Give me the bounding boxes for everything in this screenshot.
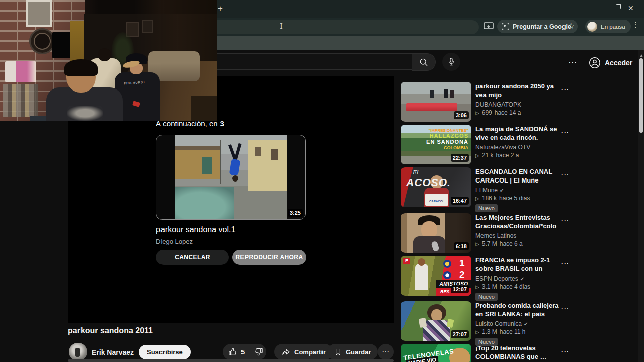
subscribe-button[interactable]: Suscribirse: [139, 345, 191, 359]
close-window-button[interactable]: ✕: [628, 0, 643, 16]
channel-name[interactable]: Memes Latinos: [475, 232, 516, 239]
video-age: hace 11 h: [500, 328, 526, 335]
art: [419, 318, 427, 328]
views-icon: ▷: [475, 196, 479, 201]
channel-name[interactable]: Erik Narvaez: [92, 348, 134, 356]
video-title[interactable]: parkour sandona 2050 ya vea mijo: [475, 82, 559, 99]
related-video-row: 27:07 Probando comida callejera en SRI L…: [401, 301, 575, 341]
art: [450, 90, 454, 98]
thumbs-down-icon: [254, 347, 263, 356]
video-options-icon[interactable]: ⋯: [561, 170, 569, 179]
save-label: Guardar: [346, 348, 371, 356]
video-title[interactable]: La magia de SANDONÁ se vive en cada rinc…: [475, 125, 559, 142]
video-title[interactable]: Las Mejores Entrevistas Graciosas/Colomb…: [475, 213, 559, 230]
browser-profile-chip[interactable]: En pausa: [585, 20, 631, 33]
video-title[interactable]: ESCANDALO EN CANAL CARACOL | El Muñe: [475, 167, 559, 185]
like-button[interactable]: 5: [223, 347, 250, 356]
video-title[interactable]: ¡Top 20 telenovelas COLOMBIANAS que …: [475, 344, 559, 361]
play-now-button[interactable]: REPRODUCIR AHORA: [232, 250, 306, 265]
related-video-row: E 1 2 AMISTOSO RES 12:07 FRANCIA se impu…: [401, 256, 575, 296]
art: [175, 187, 234, 219]
dislike-button[interactable]: [250, 347, 269, 356]
sign-in-button[interactable]: Acceder: [589, 55, 632, 70]
minimize-button[interactable]: —: [588, 0, 603, 16]
channel-name[interactable]: DUBANGATOPK: [475, 101, 521, 108]
video-title[interactable]: FRANCIA se impuso 2-1 sobre BRASIL con u…: [475, 256, 559, 273]
video-options-icon[interactable]: ⋯: [561, 304, 569, 313]
views-icon: ▷: [475, 329, 479, 335]
share-button[interactable]: Compartir: [274, 344, 333, 360]
new-tab-button[interactable]: +: [218, 4, 223, 14]
view-count: 21 k: [482, 152, 494, 159]
related-video-row: 3:06 parkour sandona 2050 ya vea mijo DU…: [401, 82, 575, 122]
next-video-card[interactable]: 3:25: [156, 135, 306, 220]
art: [444, 89, 448, 98]
voice-search-button[interactable]: [442, 53, 460, 71]
thumbnail-text: El: [412, 169, 418, 176]
video-thumbnail[interactable]: 3:06: [401, 82, 471, 122]
video-title[interactable]: Probando comida callejera en SRI LANKA: …: [475, 301, 559, 318]
next-video-channel[interactable]: Diego Lopez: [156, 238, 193, 245]
art: [418, 258, 425, 266]
thumbnail-text: ACOSO.: [406, 176, 470, 189]
bookmark-star-icon[interactable]: ☆: [567, 21, 575, 31]
art: [142, 20, 153, 33]
art: [443, 271, 451, 279]
pip-video[interactable]: PINEHURST: [0, 0, 217, 121]
video-title: parkour sandona 2011: [68, 326, 153, 335]
video-age: hace 6 a: [500, 240, 523, 247]
video-thumbnail[interactable]: El ACOSO. CARACOL 16:47: [401, 167, 471, 207]
views-icon: ▷: [475, 284, 479, 290]
channel-name[interactable]: Luisito Comunica: [475, 320, 522, 327]
channel-name[interactable]: ESPN Deportes: [475, 275, 518, 282]
channel-name[interactable]: NaturalezaViva OTV: [475, 144, 530, 151]
masthead-more-icon[interactable]: ⋯: [568, 57, 577, 68]
new-badge: Nuevo: [475, 204, 498, 212]
thumbnail-text: CARACOL: [425, 194, 448, 206]
more-actions-button[interactable]: ⋯: [378, 344, 394, 360]
scrollbar-thumb[interactable]: [639, 58, 643, 133]
screen: + — ✕ I Preguntar a Google ☆ En pausa ⋮ …: [0, 0, 644, 362]
video-thumbnail[interactable]: 27:07: [401, 301, 471, 341]
video-options-icon[interactable]: ⋯: [561, 347, 569, 356]
video-thumbnail[interactable]: "IMPRESIONANTES" HALLAZGOS EN SANDONÁ CO…: [401, 125, 471, 164]
scrollbar-up-arrow[interactable]: [640, 53, 643, 57]
video-age: hace 2 a: [496, 152, 519, 159]
send-to-device-icon[interactable]: [484, 22, 494, 31]
watermark: [191, 96, 217, 121]
description-box-edge: [68, 359, 394, 362]
art: [234, 143, 242, 160]
channel-name[interactable]: El Muñe: [475, 187, 498, 194]
save-button[interactable]: Guardar: [327, 344, 378, 360]
restore-window-button[interactable]: [610, 0, 625, 16]
video-thumbnail[interactable]: 6:18: [401, 213, 471, 253]
cancel-autoplay-button[interactable]: CANCELAR: [156, 250, 229, 265]
browser-menu-icon[interactable]: ⋮: [632, 20, 639, 29]
art: [202, 157, 212, 174]
video-age: hace 4 dias: [500, 283, 530, 290]
art: [413, 236, 445, 253]
thumbnail-text: COLOMBIA: [444, 145, 468, 151]
art: [446, 319, 454, 328]
art: [415, 264, 428, 290]
art: [229, 159, 241, 176]
new-badge: Nuevo: [475, 293, 498, 301]
video-thumbnail[interactable]: TELENOVELAS NADIE VIO: [401, 344, 471, 362]
video-options-icon[interactable]: ⋯: [561, 128, 569, 137]
video-options-icon[interactable]: ⋯: [561, 85, 569, 94]
video-thumbnail[interactable]: E 1 2 AMISTOSO RES 12:07: [401, 256, 471, 296]
channel-avatar[interactable]: [69, 343, 87, 361]
view-count: 5.7 M: [482, 240, 497, 247]
ask-google-button[interactable]: Preguntar a Google: [497, 20, 578, 33]
video-options-icon[interactable]: ⋯: [561, 216, 569, 225]
art: [5, 61, 36, 82]
search-button[interactable]: [412, 53, 436, 71]
art: [406, 103, 457, 111]
next-video-title[interactable]: parkour sandona vol.1: [156, 225, 235, 234]
thumbnail-text: EN SANDONÁ: [426, 139, 468, 145]
video-options-icon[interactable]: ⋯: [561, 259, 569, 268]
profile-status-label: En pausa: [601, 24, 625, 30]
duration-badge: 22:37: [451, 154, 469, 162]
art: [443, 260, 451, 268]
restore-icon: [615, 6, 620, 11]
